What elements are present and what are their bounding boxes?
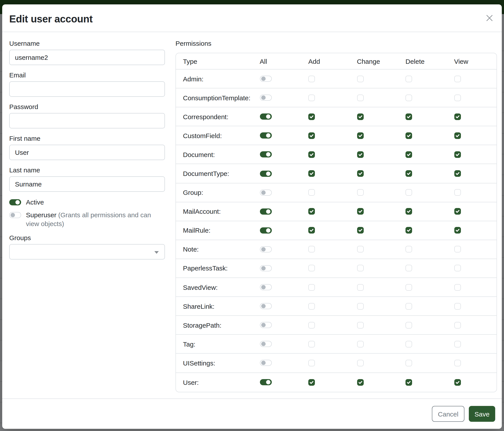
password-label: Password [9, 102, 165, 111]
permission-add-checkbox[interactable] [308, 379, 315, 386]
permission-delete-checkbox[interactable] [405, 170, 412, 177]
permission-add-checkbox[interactable] [308, 303, 315, 309]
permission-delete-checkbox[interactable] [405, 227, 412, 234]
permission-view-checkbox[interactable] [454, 246, 461, 253]
permission-view-checkbox[interactable] [454, 75, 461, 82]
permission-add-checkbox[interactable] [308, 94, 315, 101]
password-input[interactable] [9, 113, 165, 128]
permission-view-checkbox[interactable] [454, 303, 461, 309]
permission-add-checkbox[interactable] [308, 132, 315, 139]
permission-change-checkbox[interactable] [357, 151, 363, 158]
save-button[interactable]: Save [469, 406, 495, 422]
close-button[interactable] [484, 13, 495, 23]
permission-add-checkbox[interactable] [308, 75, 315, 82]
permission-change-checkbox[interactable] [357, 360, 363, 366]
permission-view-checkbox[interactable] [454, 132, 461, 139]
permission-all-toggle[interactable] [260, 95, 271, 101]
permission-view-checkbox[interactable] [454, 341, 461, 347]
permission-change-checkbox[interactable] [357, 303, 363, 309]
permission-add-checkbox[interactable] [308, 246, 315, 253]
permission-all-toggle[interactable] [260, 114, 271, 120]
permission-all-toggle[interactable] [260, 189, 271, 196]
permission-change-checkbox[interactable] [357, 322, 363, 329]
permission-view-checkbox[interactable] [454, 265, 461, 272]
permission-add-checkbox[interactable] [308, 189, 315, 196]
permission-view-checkbox[interactable] [454, 151, 461, 158]
permission-change-checkbox[interactable] [357, 208, 363, 215]
permission-all-toggle[interactable] [260, 246, 271, 252]
active-label: Active [26, 198, 44, 206]
permission-all-toggle[interactable] [260, 322, 271, 328]
permission-add-checkbox[interactable] [308, 341, 315, 347]
permission-delete-checkbox[interactable] [405, 208, 412, 215]
check-icon [358, 133, 363, 138]
permission-add-checkbox[interactable] [308, 151, 315, 158]
permission-delete-checkbox[interactable] [405, 113, 412, 120]
permission-change-checkbox[interactable] [357, 75, 363, 82]
permission-change-checkbox[interactable] [357, 227, 363, 234]
permission-change-checkbox[interactable] [357, 284, 363, 290]
permission-change-checkbox[interactable] [357, 94, 363, 101]
permission-view-checkbox[interactable] [454, 360, 461, 366]
permission-delete-checkbox[interactable] [405, 189, 412, 196]
permission-add-checkbox[interactable] [308, 170, 315, 177]
permission-delete-checkbox[interactable] [405, 303, 412, 309]
permission-view-checkbox[interactable] [454, 94, 461, 101]
cancel-button[interactable]: Cancel [432, 406, 464, 422]
permission-add-checkbox[interactable] [308, 322, 315, 329]
permission-add-checkbox[interactable] [308, 227, 315, 234]
permission-all-toggle[interactable] [260, 303, 271, 309]
permission-view-checkbox[interactable] [454, 189, 461, 196]
permission-all-toggle[interactable] [260, 379, 271, 385]
permission-add-checkbox[interactable] [308, 360, 315, 366]
toggle-knob [266, 114, 270, 119]
permission-change-checkbox[interactable] [357, 379, 363, 386]
permission-delete-checkbox[interactable] [405, 132, 412, 139]
permission-delete-checkbox[interactable] [405, 322, 412, 329]
permission-view-checkbox[interactable] [454, 322, 461, 329]
permission-change-checkbox[interactable] [357, 265, 363, 272]
permission-change-checkbox[interactable] [357, 189, 363, 196]
permission-all-toggle[interactable] [260, 152, 271, 158]
permission-change-checkbox[interactable] [357, 246, 363, 253]
permission-delete-checkbox[interactable] [405, 75, 412, 82]
permission-add-checkbox[interactable] [308, 265, 315, 272]
permission-view-checkbox[interactable] [454, 227, 461, 234]
permission-all-toggle[interactable] [260, 76, 271, 82]
permission-delete-checkbox[interactable] [405, 246, 412, 253]
last-name-input[interactable] [9, 176, 165, 192]
permission-view-checkbox[interactable] [454, 113, 461, 120]
permission-add-checkbox[interactable] [308, 113, 315, 120]
groups-select[interactable] [9, 244, 165, 260]
permission-all-toggle[interactable] [260, 133, 271, 139]
permission-add-checkbox[interactable] [308, 208, 315, 215]
permission-delete-checkbox[interactable] [405, 265, 412, 272]
active-toggle[interactable] [9, 199, 21, 205]
permission-all-toggle[interactable] [260, 284, 271, 290]
permission-change-checkbox[interactable] [357, 170, 363, 177]
permission-all-toggle[interactable] [260, 360, 271, 366]
permission-all-toggle[interactable] [260, 341, 271, 347]
permission-delete-checkbox[interactable] [405, 341, 412, 347]
permission-all-toggle[interactable] [260, 208, 271, 214]
permission-view-checkbox[interactable] [454, 170, 461, 177]
permission-delete-checkbox[interactable] [405, 360, 412, 366]
permission-view-checkbox[interactable] [454, 379, 461, 386]
permission-all-toggle[interactable] [260, 265, 271, 271]
permission-change-checkbox[interactable] [357, 341, 363, 347]
permission-delete-checkbox[interactable] [405, 379, 412, 386]
username-input[interactable] [9, 50, 165, 65]
permission-change-checkbox[interactable] [357, 113, 363, 120]
permission-add-checkbox[interactable] [308, 284, 315, 290]
permission-view-checkbox[interactable] [454, 208, 461, 215]
permission-view-checkbox[interactable] [454, 284, 461, 290]
permission-delete-checkbox[interactable] [405, 284, 412, 290]
email-input[interactable] [9, 81, 165, 97]
permission-change-checkbox[interactable] [357, 132, 363, 139]
permission-delete-checkbox[interactable] [405, 151, 412, 158]
permission-all-toggle[interactable] [260, 171, 271, 177]
permission-delete-checkbox[interactable] [405, 94, 412, 101]
superuser-toggle[interactable] [9, 212, 21, 218]
permission-all-toggle[interactable] [260, 227, 271, 233]
first-name-input[interactable] [9, 145, 165, 160]
